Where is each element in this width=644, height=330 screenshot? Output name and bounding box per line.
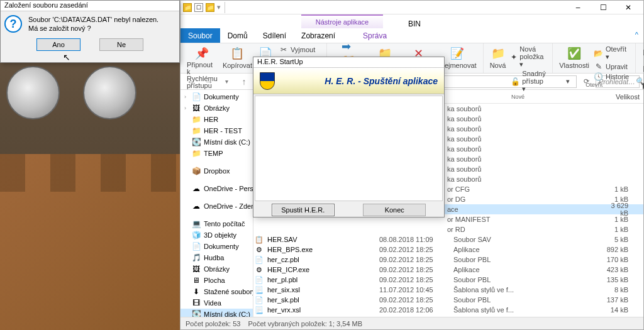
- file-name: her_six.xsl: [267, 286, 375, 294]
- properties-button[interactable]: ✅Vlastnosti: [557, 45, 592, 82]
- file-row[interactable]: 📄her_sk.pbl09.02.2012 18:25Soubor PBL137…: [253, 295, 643, 305]
- file-row[interactable]: 📄her_pl.pbl09.02.2012 18:25Soubor PBL135…: [253, 275, 643, 285]
- copy-button[interactable]: 📋 Kopírovat: [220, 45, 255, 91]
- her-banner-text: H. E. R. - Spuštění aplikace: [277, 76, 438, 86]
- properties-qat-icon[interactable]: ☐: [194, 3, 203, 12]
- tab-share[interactable]: Sdílení: [255, 28, 294, 43]
- ribbon-collapse-icon[interactable]: ^: [630, 28, 643, 43]
- file-icon: ⚙: [255, 245, 264, 254]
- dialog-line2: Má se založit nový ?: [28, 24, 158, 33]
- edit-icon: ✎: [594, 62, 603, 71]
- tree-item[interactable]: 🖼Obrázky: [180, 263, 253, 275]
- file-type: ka souborů: [447, 175, 497, 183]
- tree-item-icon: 💻: [192, 219, 201, 228]
- tree-item-label: HER: [204, 116, 218, 123]
- file-name: HER_ICP.exe: [267, 266, 375, 273]
- tree-item[interactable]: ☁OneDrive - Person: [180, 183, 253, 194]
- open-icon: 📂: [594, 49, 603, 58]
- status-selected: Počet vybraných položek: 1; 3,54 MB: [248, 320, 362, 327]
- close-button[interactable]: ✕: [616, 1, 641, 14]
- her-window-title: H.E.R. StartUp: [253, 57, 444, 68]
- tree-item[interactable]: 🖥Plocha: [180, 275, 253, 286]
- tree-item[interactable]: ›📄Dokumenty: [180, 91, 253, 102]
- tree-item[interactable]: 📁TEMP: [180, 148, 253, 159]
- file-type: or CFG: [447, 185, 497, 193]
- file-size: 170 kB: [604, 256, 642, 263]
- file-row[interactable]: 📃her_six.xsl11.07.2012 10:45Šablona styl…: [253, 285, 643, 295]
- tree-item[interactable]: 🎵Hudba: [180, 252, 253, 263]
- tree-item-icon: ⬇: [192, 287, 201, 296]
- file-icon: ⚙: [255, 265, 264, 274]
- file-type: Soubor PBL: [453, 296, 523, 304]
- file-type: Soubor SAV: [453, 236, 523, 243]
- history-icon: 🕓: [594, 72, 603, 81]
- her-content-area: [255, 96, 443, 201]
- confirm-dialog: Založení souboru zasedání ? Soubor 'C:\D…: [0, 0, 180, 63]
- nav-tree[interactable]: ›📄Dokumenty›🖼Obrázky📁HER📁HER - TEST💽Míst…: [180, 90, 253, 318]
- column-size[interactable]: Velikost: [593, 93, 643, 101]
- no-button[interactable]: Ne: [99, 38, 143, 51]
- tree-item[interactable]: 🧊3D objekty: [180, 229, 253, 241]
- folder-icon: 📁: [183, 3, 192, 12]
- tab-view[interactable]: Zobrazení: [294, 28, 343, 43]
- tree-item[interactable]: 📁HER - TEST: [180, 125, 253, 136]
- tab-file[interactable]: Soubor: [180, 28, 220, 43]
- her-end-button[interactable]: Konec: [363, 204, 426, 216]
- file-type: ka souborů: [447, 115, 497, 123]
- file-row[interactable]: 📄her_cz.pbl09.02.2012 18:25Soubor PBL170…: [253, 255, 643, 265]
- history-button[interactable]: 🕓Historie: [592, 72, 631, 82]
- qat-dropdown[interactable]: ▾: [217, 3, 221, 11]
- file-name: her_cz.pbl: [267, 256, 375, 263]
- file-date: 08.08.2018 11:09: [379, 236, 450, 243]
- cut-button[interactable]: ✂Vyjmout: [277, 45, 323, 55]
- file-icon: 📄: [255, 275, 264, 284]
- app-tools-contextual-tab[interactable]: Nástroje aplikace: [301, 14, 383, 28]
- file-type: ka souborů: [447, 145, 497, 153]
- tree-item-label: Hudba: [204, 254, 224, 261]
- tree-item[interactable]: ☁OneDrive - Zdene: [180, 201, 253, 212]
- new-item-icon: ✦: [511, 53, 517, 62]
- group-label-open: Otevřít: [586, 82, 602, 88]
- tree-item[interactable]: 📄Dokumenty: [180, 241, 253, 252]
- tree-item[interactable]: 💽Místní disk (C:): [180, 136, 253, 148]
- file-row[interactable]: 📃her_vrx.xsl20.02.2018 12:06Šablona styl…: [253, 305, 643, 315]
- minimize-button[interactable]: –: [565, 1, 591, 14]
- tree-item-label: TEMP: [204, 150, 223, 157]
- tree-item[interactable]: ⬇Stažené soubory: [180, 286, 253, 297]
- pin-quick-access-button[interactable]: 📌 Připnout k Rychlému přístupu: [184, 45, 220, 91]
- tree-item-icon: 🖼: [192, 104, 201, 113]
- tree-item-icon: 📄: [192, 242, 201, 251]
- file-row[interactable]: or RD1 kB: [253, 224, 643, 234]
- tree-item[interactable]: 📁HER: [180, 114, 253, 125]
- edit-button[interactable]: ✎Upravit: [592, 62, 631, 72]
- file-row[interactable]: 📋HER.SAV08.08.2018 11:09Soubor SAV5 kB: [253, 234, 643, 245]
- open-button[interactable]: 📂Otevřít ▾: [592, 45, 631, 62]
- new-folder-button[interactable]: 📁 Nová: [487, 45, 509, 94]
- tree-item-icon: ☁: [192, 202, 201, 211]
- tree-item[interactable]: 🎞Videa: [180, 297, 253, 309]
- file-type: Šablona stylů ve f...: [453, 306, 523, 314]
- tree-item[interactable]: 💻Tento počítač: [180, 218, 253, 229]
- new-item-button[interactable]: ✦Nová položka ▾: [508, 45, 548, 69]
- file-name: HER.SAV: [267, 236, 375, 243]
- select-none-button[interactable]: ☐Zrušit výběr: [640, 61, 644, 77]
- file-row[interactable]: ⚙HER_BPS.exe09.02.2012 18:25Aplikace892 …: [253, 245, 643, 255]
- tree-item[interactable]: ›🖼Obrázky: [180, 102, 253, 114]
- tree-item-label: Dokumenty: [204, 243, 239, 250]
- tree-item-label: OneDrive - Person: [204, 185, 253, 192]
- tab-home[interactable]: Domů: [220, 28, 255, 43]
- yes-button[interactable]: Ano: [36, 38, 80, 51]
- tab-manage[interactable]: Správa: [355, 28, 394, 43]
- maximize-button[interactable]: ☐: [591, 1, 616, 14]
- select-all-button[interactable]: ☑Vybrat vše: [640, 45, 644, 61]
- her-run-button[interactable]: Spustit H.E.R.: [272, 204, 335, 216]
- folder-qat-icon[interactable]: 📁: [206, 3, 214, 12]
- tree-item-icon: 🖥: [192, 276, 201, 285]
- tree-item-icon: 🎵: [192, 253, 201, 262]
- file-type: ka souborů: [447, 165, 497, 173]
- file-icon: 📃: [255, 305, 264, 314]
- tree-item[interactable]: 📦Dropbox: [180, 165, 253, 177]
- file-type: Soubor PBL: [453, 256, 523, 263]
- file-size: 135 kB: [604, 276, 642, 283]
- file-row[interactable]: ⚙HER_ICP.exe09.02.2012 18:25Aplikace423 …: [253, 265, 643, 275]
